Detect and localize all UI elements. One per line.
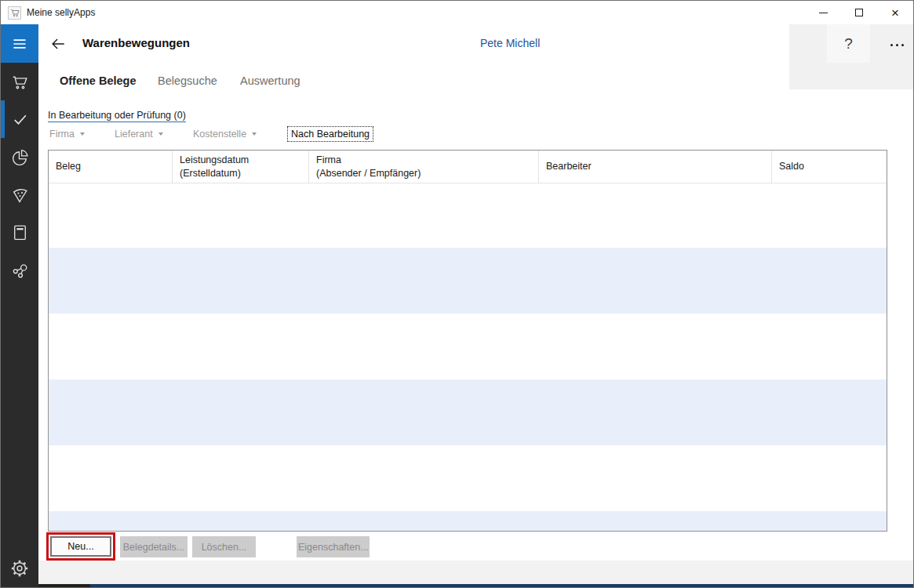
user-name-button[interactable]: Pete Michell [480,37,540,49]
pizza-icon [10,185,30,205]
minimize-icon [819,13,828,13]
column-header-firma: Firma(Absender / Empfänger) [309,151,539,183]
pie-chart-icon [10,147,30,167]
highlight-annotation-box: Neu... [46,532,115,561]
neu-button[interactable]: Neu... [50,536,111,557]
help-button[interactable]: ? [827,24,870,63]
loeschen-button[interactable]: Löschen... [192,536,256,557]
sidebar-item-settings[interactable] [1,553,38,584]
column-header-leistungsdatum: Leistungsdatum(Erstelldatum) [173,151,309,183]
help-icon: ? [844,35,853,53]
close-button[interactable]: × [877,1,913,24]
tab-auswertung[interactable]: Auswertung [240,74,300,87]
close-icon: × [891,6,899,20]
filter-kostenstelle-dropdown[interactable]: Kostenstelle [193,129,257,140]
nach-bearbeitung-toggle[interactable]: Nach Bearbeitung [287,126,373,142]
tab-belegsuche[interactable]: Belegsuche [158,74,217,87]
titlebar: Meine sellyApps × [1,1,913,24]
sidebar [1,24,38,587]
empty-row-band [49,183,887,248]
hamburger-menu-button[interactable] [1,24,38,63]
maximize-icon [855,9,863,16]
ellipsis-more-icon [890,44,893,46]
column-header-beleg: Beleg [49,151,173,183]
hamburger-menu-icon [9,34,30,54]
window-title: Meine sellyApps [27,7,95,18]
in-progress-link[interactable]: In Bearbeitung oder Prüfung (0) [48,110,186,122]
empty-row-band [49,248,887,314]
gear-icon [9,558,30,579]
more-button[interactable] [882,35,912,54]
column-header-saldo: Saldo [772,151,887,183]
sidebar-item-share[interactable] [1,251,38,289]
maximize-button[interactable] [841,1,877,24]
tab-offene-belege[interactable]: Offene Belege [60,74,137,87]
column-header-bearbeiter: Bearbeiter [539,151,772,183]
bottom-edge-strip [38,584,913,588]
page-title: Warenbewegungen [82,36,190,49]
empty-row-band [49,379,887,445]
sidebar-item-pie-chart[interactable] [1,138,38,176]
filter-lieferant-dropdown[interactable]: Lieferant [115,129,163,140]
bottom-spacer [38,561,913,584]
empty-row-band [49,314,887,379]
belegdetails-button[interactable]: Belegdetails... [120,536,188,557]
documents-table: Beleg Leistungsdatum(Erstelldatum) Firma… [48,150,887,532]
table-header-row: Beleg Leistungsdatum(Erstelldatum) Firma… [49,151,887,183]
back-button[interactable] [49,34,67,53]
checkmark-icon [10,110,30,129]
shopping-cart-icon [10,72,30,92]
filter-firma-dropdown[interactable]: Firma [49,129,85,140]
cart-app-icon [8,6,21,20]
back-arrow-icon [49,35,67,53]
eigenschaften-button[interactable]: Eigenschaften... [297,536,370,557]
book-icon [10,223,30,242]
chevron-down-icon [80,132,85,136]
empty-row-band [49,445,887,511]
sidebar-item-journal[interactable] [1,213,38,251]
sidebar-item-pizza[interactable] [1,176,38,213]
minimize-button[interactable] [805,1,841,24]
sidebar-item-check[interactable] [1,100,38,138]
empty-row-band [49,511,887,531]
chevron-down-icon [252,132,257,136]
chevron-down-icon [158,132,163,136]
share-icon [10,260,30,280]
table-body[interactable] [49,183,887,531]
app-window: Meine sellyApps × [0,0,914,588]
selected-item-accent-bar [1,100,5,138]
main-content: ? Warenbewegungen Pete Michell Offene Be… [38,24,913,587]
sidebar-item-cart[interactable] [1,63,38,100]
